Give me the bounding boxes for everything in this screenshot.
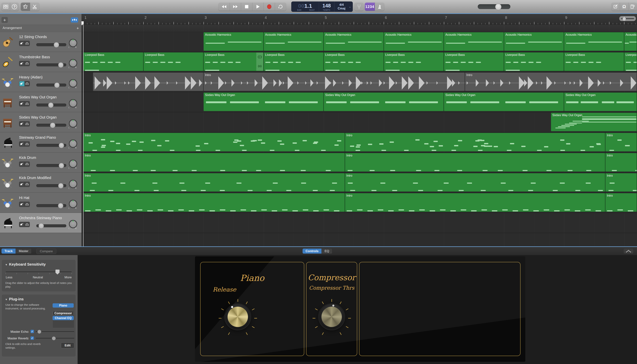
track-header-heavy-aidan-[interactable]: Heavy (Aidan) L R bbox=[0, 72, 82, 92]
mute-button[interactable] bbox=[19, 101, 25, 106]
audio-region[interactable]: Intro bbox=[203, 72, 465, 91]
solo-button[interactable] bbox=[25, 142, 30, 146]
mute-button[interactable] bbox=[19, 202, 25, 207]
audio-region[interactable] bbox=[93, 72, 203, 91]
midi-region[interactable]: Intro bbox=[345, 153, 605, 172]
tab-controls[interactable]: Controls bbox=[303, 248, 322, 254]
midi-region[interactable]: Liverpool Bass bbox=[83, 52, 143, 71]
midi-region[interactable]: Intro bbox=[83, 173, 345, 192]
midi-region[interactable]: Intro bbox=[345, 133, 605, 152]
master-echo-slider[interactable] bbox=[36, 331, 74, 332]
scissors-editor-icon[interactable] bbox=[30, 2, 40, 11]
keyboard-sensitivity-title[interactable]: ▼Keyboard Sensitivity bbox=[5, 262, 46, 266]
midi-region[interactable]: Intro bbox=[605, 193, 637, 212]
track-lane[interactable]: IntroIntro bbox=[82, 72, 637, 92]
solo-button[interactable] bbox=[25, 202, 30, 207]
solo-button[interactable] bbox=[25, 182, 30, 187]
pan-knob[interactable] bbox=[69, 39, 77, 47]
track-lane[interactable]: Liverpool BassLiverpool BassLiverpool Ba… bbox=[82, 52, 637, 72]
rewind-icon[interactable] bbox=[219, 2, 230, 11]
track-volume-thumb[interactable] bbox=[59, 163, 64, 168]
track-volume-thumb[interactable] bbox=[58, 183, 64, 188]
playhead-line[interactable] bbox=[83, 21, 84, 246]
midi-region[interactable]: Intro bbox=[605, 133, 637, 152]
pan-knob[interactable] bbox=[69, 79, 77, 88]
track-volume-slider[interactable] bbox=[36, 144, 66, 147]
track-volume-slider[interactable] bbox=[36, 184, 66, 187]
midi-region[interactable]: Intro bbox=[83, 133, 345, 152]
track-lane[interactable]: Sixties Way Out OrganSixties Way Out Org… bbox=[82, 92, 637, 112]
mute-button[interactable] bbox=[19, 222, 25, 227]
track-name[interactable]: 12 String Chords bbox=[19, 35, 47, 39]
midi-region[interactable]: Liverpool Bass bbox=[264, 52, 324, 71]
midi-region[interactable]: Liverpool Bass bbox=[143, 52, 204, 71]
track-volume-thumb[interactable] bbox=[48, 102, 54, 108]
pan-knob[interactable] bbox=[69, 200, 77, 208]
track-volume-slider[interactable] bbox=[36, 43, 66, 46]
lcd-chevron-down-icon[interactable]: ⌄ bbox=[349, 2, 353, 12]
track-name[interactable]: Orchestra Steinway Piano bbox=[19, 216, 62, 220]
solo-button[interactable] bbox=[25, 121, 30, 126]
mute-button[interactable] bbox=[19, 142, 25, 146]
midi-region[interactable]: Sixties Way Out Organ bbox=[324, 92, 444, 111]
solo-button[interactable] bbox=[25, 61, 30, 66]
track-volume-thumb[interactable] bbox=[58, 62, 64, 68]
track-volume-slider[interactable] bbox=[36, 104, 66, 106]
midi-region[interactable]: Liverpool Bass bbox=[564, 52, 624, 71]
midi-region[interactable]: Intro bbox=[83, 193, 345, 212]
forward-icon[interactable] bbox=[230, 2, 241, 11]
tab-master[interactable]: Master bbox=[16, 248, 32, 254]
track-header-12-string-chords[interactable]: 12 String Chords L R bbox=[0, 32, 82, 52]
disclosure-triangle-icon[interactable]: ▼ bbox=[5, 298, 8, 301]
midi-region[interactable]: Sixties Way Out Organ bbox=[564, 92, 637, 111]
midi-region[interactable]: Sixties Way Out Organ bbox=[551, 113, 637, 131]
notepad-icon[interactable] bbox=[611, 2, 620, 11]
midi-region[interactable]: Liverpool Bass bbox=[624, 52, 637, 71]
track-header-thumbstroke-bass[interactable]: Thumbstroke Bass L R bbox=[0, 52, 82, 72]
track-lane[interactable]: IntroIntroIntro bbox=[82, 132, 637, 152]
smart-controls-knob-icon[interactable] bbox=[21, 2, 30, 11]
media-browser-icon[interactable]: ♪ bbox=[628, 2, 637, 11]
track-name[interactable]: Sixties Way Out Organ bbox=[19, 95, 57, 99]
track-name[interactable]: Kick Drum Modified bbox=[19, 176, 51, 180]
track-lane[interactable]: IntroIntroIntro bbox=[82, 173, 637, 193]
count-in-button[interactable]: 1234 bbox=[365, 2, 375, 11]
audio-region[interactable]: Intro bbox=[465, 72, 637, 91]
track-header-sixties-way-out-organ[interactable]: Sixties Way Out Organ L R bbox=[0, 112, 82, 132]
help-icon[interactable]: ? bbox=[10, 2, 19, 11]
mute-button[interactable] bbox=[19, 81, 25, 86]
track-name[interactable]: Thumbstroke Bass bbox=[19, 55, 50, 59]
track-name[interactable]: Heavy (Aidan) bbox=[19, 75, 43, 79]
keyboard-sensitivity-slider[interactable] bbox=[6, 272, 72, 272]
midi-region[interactable]: Acoustic Harmonics bbox=[564, 32, 624, 51]
midi-region[interactable]: Liverpool Bass bbox=[444, 52, 504, 71]
plugins-title[interactable]: ▼Plug-ins bbox=[5, 297, 24, 301]
track-header-steinway-grand-piano[interactable]: Steinway Grand Piano L R bbox=[0, 132, 82, 152]
midi-region[interactable]: Intro bbox=[83, 153, 345, 172]
expand-pane-button[interactable] bbox=[624, 248, 633, 254]
midi-region[interactable]: Intro bbox=[345, 173, 605, 192]
pan-knob[interactable] bbox=[69, 160, 77, 168]
midi-region[interactable]: Liverpool Bass bbox=[384, 52, 444, 71]
track-volume-thumb[interactable] bbox=[58, 203, 63, 208]
stop-icon[interactable] bbox=[241, 2, 252, 11]
solo-button[interactable] bbox=[25, 222, 30, 227]
tuning-fork-icon[interactable] bbox=[355, 2, 363, 11]
pan-knob[interactable] bbox=[69, 140, 77, 148]
track-lane[interactable]: Sixties Way Out Organ bbox=[82, 112, 637, 132]
track-volume-slider[interactable] bbox=[36, 204, 66, 207]
plugin-slot-compressor[interactable]: Compressor bbox=[53, 311, 74, 315]
master-reverb-slider[interactable] bbox=[36, 338, 74, 338]
master-volume-slider[interactable] bbox=[478, 4, 510, 9]
track-name[interactable]: Kick Drum bbox=[19, 156, 36, 160]
arrangement-add-button[interactable]: + bbox=[77, 26, 79, 31]
track-volume-thumb[interactable] bbox=[39, 223, 44, 228]
loop-browser-icon[interactable]: Ω bbox=[620, 2, 628, 11]
track-volume-thumb[interactable] bbox=[54, 42, 59, 48]
midi-region[interactable]: Acoustic Harmonics bbox=[624, 32, 637, 51]
library-drawer-icon[interactable] bbox=[2, 2, 10, 11]
region-edge-handles[interactable] bbox=[256, 52, 263, 71]
master-reverb-thumb[interactable] bbox=[52, 336, 56, 340]
midi-region[interactable]: Acoustic Harmonics bbox=[384, 32, 444, 51]
midi-region[interactable]: Liverpool Bass bbox=[324, 52, 384, 71]
